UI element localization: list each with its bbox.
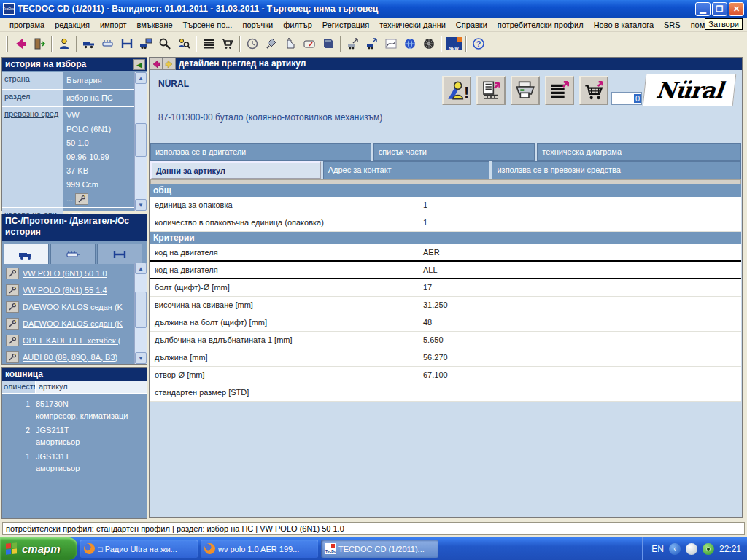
tray-chevron-icon[interactable]: ‹ [669,543,681,555]
taskbar-task[interactable]: □ Радио Ultra на жи... [80,540,198,558]
toolbar-spark-plug-button[interactable] [262,35,281,52]
toolbar-magnifier-button[interactable] [155,35,174,52]
tab-използва се в превозни средства[interactable]: използва се в превозни средства [492,161,741,179]
antivirus-icon[interactable] [703,543,714,555]
minimize-button[interactable]: ▁ [695,2,711,16]
taskbar-task[interactable]: wv polo 1.0 AER 199... [201,540,318,558]
toolbar-new-button[interactable]: NEW [444,35,463,52]
menu-Ново в каталога[interactable]: Ново в каталога [589,19,659,31]
toolbar-vehicle-button[interactable] [80,35,98,52]
toolbar-person-search-button[interactable] [174,35,193,52]
vehicle-tool-button[interactable] [6,284,19,296]
toolbar-vehicle-search-button[interactable] [136,35,155,52]
tab-Данни за артикул[interactable]: Данни за артикул [150,161,321,179]
tab-техническа диаграма[interactable]: техническа диаграма [537,143,741,161]
history-scrollbar[interactable]: ▲ ▼ [134,72,147,211]
vehicle-link[interactable]: DAEWOO KALOS седан (K [23,319,123,328]
toolbar-book-button[interactable] [319,35,338,52]
toolbar-wheel-button[interactable] [419,35,438,52]
list-export-button[interactable] [545,76,574,105]
basket-article-column-header[interactable]: артикул [36,381,147,393]
table-row[interactable]: дълбочина на вдлъбнатината 1 [mm]5.650 [150,332,741,349]
scroll-up-icon[interactable]: ▲ [135,262,147,274]
close-button[interactable]: ✕ [729,2,744,16]
toolbar-help-button[interactable]: ? [469,35,488,52]
collapse-panel-button[interactable]: ◀ [133,59,145,70]
toolbar-globe-button[interactable] [400,35,419,52]
menu-програма[interactable]: програма [4,19,50,31]
vehicle-link[interactable]: VW POLO (6N1) 50 1.0 [23,269,107,278]
tab-vehicle[interactable] [4,244,49,264]
menu-редакция[interactable]: редакция [50,19,95,31]
print-button[interactable] [511,76,540,105]
tab-engine[interactable] [50,244,96,264]
scroll-up-icon[interactable]: ▲ [135,72,147,84]
menu-Справки[interactable]: Справки [451,19,492,31]
vehicle-link[interactable]: OPEL KADETT E хетчбек ( [23,336,120,345]
table-row[interactable]: единица за опаковка1 [150,197,741,214]
menu-вмъкване[interactable]: вмъкване [132,19,178,31]
table-row[interactable]: дължина на болт (щифт) [mm]48 [150,314,741,332]
vehicle-list-scrollbar[interactable]: ▲ ▼ [134,262,147,364]
scroll-down-icon[interactable]: ▼ [135,199,147,211]
toolbar-vehicle-export-button[interactable] [344,35,363,52]
supplier-info-button[interactable]: ! [442,76,471,105]
vehicle-tool-button[interactable] [6,351,19,363]
toolbar-engine-button[interactable] [98,35,117,52]
toolbar-axle-button[interactable] [117,35,136,52]
menu-Регистрация[interactable]: Регистрация [317,19,374,31]
scroll-thumb[interactable] [135,292,147,328]
vehicle-details-button[interactable] [75,193,88,205]
basket-qty-column-header[interactable]: оличеств [2,381,36,393]
vehicle-tool-button[interactable] [6,335,19,346]
toolbar-clock-button[interactable] [243,35,262,52]
vehicle-tool-button[interactable] [6,301,19,313]
table-row[interactable]: код на двигателяAER [150,244,741,262]
toolbar-cart-button[interactable] [218,35,237,52]
tab-списък части[interactable]: списък части [374,143,535,161]
tab-използва се в двигатели[interactable]: използва се в двигатели [150,143,371,161]
menu-технически данни[interactable]: технически данни [374,19,451,31]
scroll-down-icon[interactable]: ▼ [135,352,147,364]
volume-icon[interactable] [686,543,697,555]
basket-item[interactable]: 1851730Nкомпресор, климатизаци [2,400,147,420]
menu-Търсене по...[interactable]: Търсене по... [178,19,238,31]
menu-поръчки[interactable]: поръчки [237,19,278,31]
toolbar-gauge-button[interactable] [300,35,319,52]
vehicle-tool-button[interactable] [6,268,19,279]
menu-SRS[interactable]: SRS [659,19,686,31]
toolbar-exit-button[interactable] [30,35,49,52]
back-button[interactable] [150,58,163,70]
table-row[interactable]: дължина [mm]56.270 [150,349,741,367]
quantity-input[interactable]: 0 [611,92,642,105]
basket-item[interactable]: 1JGS131Tамортисьор [2,452,147,472]
start-button[interactable]: старт [0,537,77,560]
toolbar-vehicle-data-button[interactable] [363,35,382,52]
table-row[interactable]: код на двигателяALL [150,262,741,279]
add-to-basket-button[interactable] [579,76,608,105]
article-export-button[interactable] [476,76,506,105]
restore-button[interactable]: ❐ [712,2,727,16]
tab-Адрес за контакт[interactable]: Адрес за контакт [323,161,490,179]
toolbar-oil-can-button[interactable] [281,35,300,52]
table-row[interactable]: стандартен размер [STD] [150,384,741,402]
vehicle-link[interactable]: DAEWOO KALOS седан (K [23,303,123,311]
toolbar-grip[interactable] [6,36,8,52]
toolbar-back-button[interactable] [11,35,30,52]
toolbar-diagram-button[interactable] [382,35,400,52]
menu-импорт[interactable]: импорт [95,19,132,31]
language-indicator[interactable]: EN [651,544,664,554]
forward-button[interactable] [163,58,176,70]
vehicle-tool-button[interactable] [6,318,19,330]
history-row-label[interactable]: превозно сред [2,107,63,207]
toolbar-user-button[interactable] [55,35,74,52]
menu-потребителски профил[interactable]: потребителски профил [492,19,589,31]
scroll-thumb[interactable] [135,123,147,157]
table-row[interactable]: височина на свиване [mm]31.250 [150,297,741,314]
table-row[interactable]: количество в опаковъчна единица (опаковк… [150,214,741,232]
vehicle-link[interactable]: AUDI 80 (89, 89Q, 8A, B3) [23,353,117,362]
toolbar-list-button[interactable] [199,35,218,52]
taskbar-task[interactable]: TecDoTECDOC CD (1/2011)... [321,540,438,558]
table-row[interactable]: болт (щифт)-Ø [mm]17 [150,279,741,297]
menu-филтър[interactable]: филтър [278,19,317,31]
